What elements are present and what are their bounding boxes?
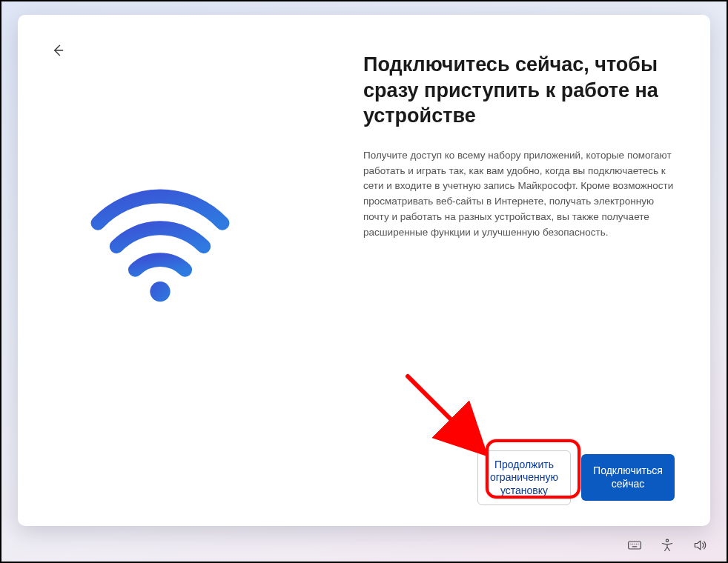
illustration-pane bbox=[53, 27, 348, 444]
footer-actions: Продолжить ограниченную установку Подклю… bbox=[53, 450, 675, 506]
svg-point-7 bbox=[638, 544, 638, 544]
svg-rect-8 bbox=[632, 546, 638, 547]
system-tray bbox=[626, 536, 709, 554]
svg-point-6 bbox=[636, 544, 637, 544]
accessibility-icon[interactable] bbox=[658, 536, 676, 554]
svg-point-9 bbox=[666, 539, 668, 542]
svg-point-0 bbox=[150, 282, 170, 302]
arrow-left-icon bbox=[50, 43, 65, 58]
continue-limited-setup-button[interactable]: Продолжить ограниченную установку bbox=[477, 450, 571, 506]
connect-now-button[interactable]: Подключиться сейчас bbox=[581, 454, 675, 501]
page-description: Получите доступ ко всему набору приложен… bbox=[363, 148, 675, 241]
svg-point-4 bbox=[632, 544, 633, 544]
svg-point-3 bbox=[630, 544, 631, 544]
back-button[interactable] bbox=[44, 37, 71, 64]
oobe-window: Подключитесь сейчас, чтобы сразу приступ… bbox=[18, 15, 710, 526]
wifi-icon bbox=[82, 158, 238, 313]
content-area: Подключитесь сейчас, чтобы сразу приступ… bbox=[53, 41, 675, 444]
on-screen-keyboard-icon[interactable] bbox=[626, 536, 643, 554]
page-title: Подключитесь сейчас, чтобы сразу приступ… bbox=[363, 52, 675, 129]
svg-point-5 bbox=[634, 544, 635, 544]
volume-icon[interactable] bbox=[691, 536, 709, 554]
text-pane: Подключитесь сейчас, чтобы сразу приступ… bbox=[363, 41, 675, 444]
svg-rect-2 bbox=[629, 542, 641, 549]
